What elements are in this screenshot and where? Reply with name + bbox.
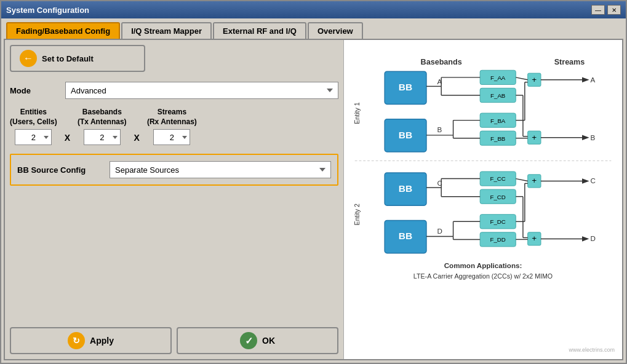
entities-row: Entities(Users, Cells) 2134 X Basebands(… (10, 108, 338, 145)
svg-text:Entity 1: Entity 1 (353, 102, 361, 124)
system-config-window: System Configuration — ✕ Fading/Baseband… (0, 0, 627, 364)
ok-button[interactable]: ✓ OK (177, 327, 338, 354)
streams-label: Streams(Rx Antennas) (147, 108, 197, 127)
basebands-col: Basebands(Tx Antennas) 2134 (78, 108, 127, 145)
diagram-svg: Basebands Streams BB A BB B (349, 45, 617, 354)
right-panel: Basebands Streams BB A BB B (343, 40, 622, 359)
svg-text:D: D (437, 227, 442, 235)
svg-text:BB: BB (399, 183, 412, 194)
ok-label: OK (262, 336, 275, 346)
svg-text:+: + (532, 133, 537, 142)
mode-label: Mode (10, 86, 59, 95)
bb-source-select[interactable]: Separate Sources Common Source (110, 161, 331, 178)
svg-text:+: + (532, 75, 537, 84)
close-button[interactable]: ✕ (607, 5, 621, 15)
tab-overview[interactable]: Overview (308, 22, 363, 39)
streams-select[interactable]: 2134 (153, 129, 190, 145)
diagram-area: Basebands Streams BB A BB B (349, 45, 617, 354)
apply-icon: ↻ (68, 332, 85, 349)
basebands-label: Basebands(Tx Antennas) (78, 108, 127, 127)
x2-label: X (132, 133, 142, 143)
svg-text:BB: BB (399, 130, 412, 140)
bb-source-label: BB Source Config (17, 165, 103, 175)
svg-text:F_BB: F_BB (490, 135, 505, 142)
tab-external-rf[interactable]: External RF and I/Q (213, 22, 306, 39)
apply-button[interactable]: ↻ Apply (10, 327, 172, 354)
watermark: www.electrins.com (569, 347, 615, 353)
apply-label: Apply (90, 336, 114, 346)
mode-select[interactable]: Advanced Basic (65, 82, 338, 99)
arrow-icon: ← (20, 50, 37, 67)
svg-text:LTE-A Carrier Aggregation (2CC: LTE-A Carrier Aggregation (2CCs) w/ 2x2 … (413, 272, 553, 280)
svg-text:D: D (590, 234, 595, 242)
tab-iq[interactable]: I/Q Stream Mapper (121, 22, 212, 39)
window-controls: — ✕ (591, 5, 621, 15)
svg-text:+: + (532, 234, 537, 243)
bb-source-row: BB Source Config Separate Sources Common… (10, 154, 338, 186)
svg-text:+: + (532, 176, 537, 185)
minimize-button[interactable]: — (591, 5, 605, 15)
title-bar: System Configuration — ✕ (1, 1, 626, 18)
streams-col: Streams(Rx Antennas) 2134 (147, 108, 197, 145)
svg-text:F_CD: F_CD (490, 194, 506, 200)
svg-text:F_DD: F_DD (490, 236, 506, 243)
entities-col: Entities(Users, Cells) 2134 (10, 108, 57, 145)
svg-text:BB: BB (399, 82, 412, 92)
tab-fading[interactable]: Fading/Baseband Config (6, 22, 120, 39)
svg-text:C: C (590, 176, 595, 184)
svg-text:F_AB: F_AB (490, 92, 505, 99)
svg-text:B: B (590, 133, 595, 141)
svg-text:A: A (590, 76, 595, 84)
svg-text:B: B (437, 125, 442, 133)
basebands-select[interactable]: 2134 (84, 129, 121, 145)
svg-text:Common Applications:: Common Applications: (444, 261, 522, 269)
svg-text:F_DC: F_DC (490, 218, 506, 225)
svg-line-30 (516, 77, 527, 80)
svg-text:Basebands: Basebands (421, 58, 462, 66)
x1-label: X (62, 133, 73, 143)
svg-text:F_AA: F_AA (490, 74, 506, 81)
window-title: System Configuration (6, 6, 89, 15)
set-default-label: Set to Default (42, 54, 94, 63)
svg-text:BB: BB (399, 231, 412, 241)
svg-line-72 (516, 179, 527, 181)
svg-text:Streams: Streams (554, 58, 585, 66)
content-area: ← Set to Default Mode Advanced Basic Ent… (4, 39, 623, 360)
svg-text:F_BA: F_BA (490, 117, 506, 124)
entities-select[interactable]: 2134 (15, 129, 52, 145)
set-default-button[interactable]: ← Set to Default (10, 45, 145, 72)
mode-row: Mode Advanced Basic (10, 82, 338, 99)
svg-text:F_CC: F_CC (490, 175, 506, 182)
left-panel: ← Set to Default Mode Advanced Basic Ent… (5, 40, 343, 359)
entities-label: Entities(Users, Cells) (10, 108, 57, 127)
svg-text:Entity 2: Entity 2 (353, 204, 361, 226)
tabs-bar: Fading/Baseband Config I/Q Stream Mapper… (1, 18, 626, 39)
bottom-buttons: ↻ Apply ✓ OK (10, 320, 338, 354)
ok-icon: ✓ (240, 332, 257, 349)
